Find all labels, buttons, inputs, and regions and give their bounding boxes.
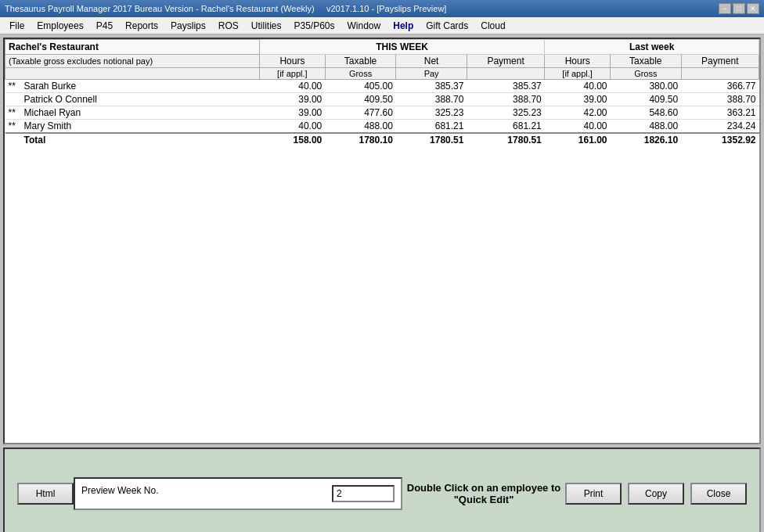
close-window-button[interactable]: ✕	[747, 3, 759, 14]
tw-payment-michael: 325.23	[467, 106, 544, 120]
tw-net-patrick: 388.70	[396, 93, 467, 106]
flags-patrick	[5, 93, 21, 106]
lw-gross-subheader: Gross	[611, 68, 682, 80]
tw-payment-total: 1780.51	[467, 133, 544, 146]
tw-hours-total: 158.00	[260, 133, 326, 146]
tw-taxable-sarah: 405.00	[325, 80, 396, 93]
lw-hours-patrick: 39.00	[545, 93, 611, 106]
main-area: Rachel's Restaurant THIS WEEK Last week …	[3, 38, 761, 444]
tw-taxable-michael: 477.60	[325, 106, 396, 120]
lw-hours-mary: 40.00	[545, 120, 611, 134]
employee-row-sarah[interactable]: ** Sarah Burke 40.00 405.00 385.37 385.3…	[5, 80, 759, 93]
lw-taxable-michael: 548.60	[611, 106, 682, 120]
employee-row-mary[interactable]: ** Mary Smith 40.00 488.00 681.21 681.21…	[5, 120, 759, 134]
tw-gross-subheader: Gross	[325, 68, 396, 80]
lw-taxable-patrick: 409.50	[611, 93, 682, 106]
tw-net-michael: 325.23	[396, 106, 467, 120]
flags-michael: **	[5, 106, 21, 120]
lw-payment-sarah: 366.77	[681, 80, 759, 93]
tw-taxable-total: 1780.10	[325, 133, 396, 146]
title-bar: Thesaurus Payroll Manager 2017 Bureau Ve…	[0, 0, 764, 17]
minimize-button[interactable]: −	[719, 3, 731, 14]
name-patrick: Patrick O Connell	[21, 93, 260, 106]
title-text: Thesaurus Payroll Manager 2017 Bureau Ve…	[5, 4, 719, 13]
tw-net-mary: 681.21	[396, 120, 467, 134]
lw-taxable-sarah: 380.00	[611, 80, 682, 93]
name-mary: Mary Smith	[21, 120, 260, 134]
name-michael: Michael Ryan	[21, 106, 260, 120]
html-button[interactable]: Html	[17, 483, 74, 505]
preview-week-label: Preview Week No.	[81, 485, 158, 496]
menu-giftcards[interactable]: Gift Cards	[420, 18, 474, 34]
tw-payment-header: Payment	[467, 55, 544, 68]
tw-hours-sarah: 40.00	[260, 80, 326, 93]
menu-help[interactable]: Help	[387, 18, 420, 34]
notional-pay-note: (Taxable gross excludes notional pay)	[5, 55, 260, 68]
window-controls: − □ ✕	[719, 3, 759, 14]
employee-row-patrick[interactable]: Patrick O Connell 39.00 409.50 388.70 38…	[5, 93, 759, 106]
tw-hours-michael: 39.00	[260, 106, 326, 120]
lw-payment-michael: 363.21	[681, 106, 759, 120]
tw-net-total: 1780.51	[396, 133, 467, 146]
menu-p35p60s[interactable]: P35/P60s	[287, 18, 341, 34]
total-label: Total	[21, 133, 260, 146]
tw-taxable-patrick: 409.50	[325, 93, 396, 106]
menu-p45[interactable]: P45	[90, 18, 119, 34]
tw-net-header: Net	[396, 55, 467, 68]
lw-payment-patrick: 388.70	[681, 93, 759, 106]
menu-employees[interactable]: Employees	[31, 18, 89, 34]
tw-taxable-mary: 488.00	[325, 120, 396, 134]
lw-taxable-header: Taxable	[611, 55, 682, 68]
bottom-panel: Html Preview Week No. Double Click on an…	[3, 448, 761, 532]
print-button[interactable]: Print	[565, 483, 622, 505]
menu-payslips[interactable]: Payslips	[164, 18, 212, 34]
quick-edit-label: Double Click on an employee to "Quick Ed…	[402, 482, 565, 505]
tw-payment-mary: 681.21	[467, 120, 544, 134]
name-sarah: Sarah Burke	[21, 80, 260, 93]
copy-button[interactable]: Copy	[628, 483, 684, 505]
lw-hours-total: 161.00	[545, 133, 611, 146]
maximize-button[interactable]: □	[733, 3, 745, 14]
lw-payment-header: Payment	[681, 55, 759, 68]
flags-mary: **	[5, 120, 21, 134]
tw-ifappl-subheader: [if appl.]	[260, 68, 326, 80]
lw-payment-total: 1352.92	[681, 133, 759, 146]
tw-taxable-header: Taxable	[325, 55, 396, 68]
totals-row: Total 158.00 1780.10 1780.51 1780.51 161…	[5, 133, 759, 146]
menu-window[interactable]: Window	[341, 18, 387, 34]
lw-payment-mary: 234.24	[681, 120, 759, 134]
lw-hours-michael: 42.00	[545, 106, 611, 120]
menu-reports[interactable]: Reports	[119, 18, 164, 34]
lw-hours-header: Hours	[545, 55, 611, 68]
flags-sarah: **	[5, 80, 21, 93]
tw-net-sarah: 385.37	[396, 80, 467, 93]
lw-hours-sarah: 40.00	[545, 80, 611, 93]
close-button[interactable]: Close	[690, 483, 747, 505]
payslip-table: Rachel's Restaurant THIS WEEK Last week …	[5, 39, 759, 146]
bottom-top: Html Preview Week No. Double Click on an…	[17, 477, 747, 510]
this-week-header: THIS WEEK	[260, 40, 545, 55]
employee-row-michael[interactable]: ** Michael Ryan 39.00 477.60 325.23 325.…	[5, 106, 759, 120]
lw-ifappl-subheader: [if appl.]	[545, 68, 611, 80]
menu-file[interactable]: File	[3, 18, 31, 34]
tw-pay-subheader: Pay	[396, 68, 467, 80]
tw-hours-header: Hours	[260, 55, 326, 68]
tw-hours-mary: 40.00	[260, 120, 326, 134]
menu-utilities[interactable]: Utilities	[245, 18, 288, 34]
lw-taxable-mary: 488.00	[611, 120, 682, 134]
tw-hours-patrick: 39.00	[260, 93, 326, 106]
restaurant-name: Rachel's Restaurant	[5, 40, 260, 55]
tw-payment-sarah: 385.37	[467, 80, 544, 93]
lw-taxable-total: 1826.10	[611, 133, 682, 146]
bottom-buttons: Print Copy Close	[565, 483, 747, 505]
preview-box: Preview Week No.	[74, 477, 402, 510]
tw-payment-patrick: 388.70	[467, 93, 544, 106]
preview-week-input[interactable]	[332, 485, 395, 502]
last-week-header: Last week	[545, 40, 759, 55]
menu-bar: File Employees P45 Reports Payslips ROS …	[0, 17, 764, 34]
menu-cloud[interactable]: Cloud	[474, 18, 511, 34]
menu-ros[interactable]: ROS	[212, 18, 245, 34]
